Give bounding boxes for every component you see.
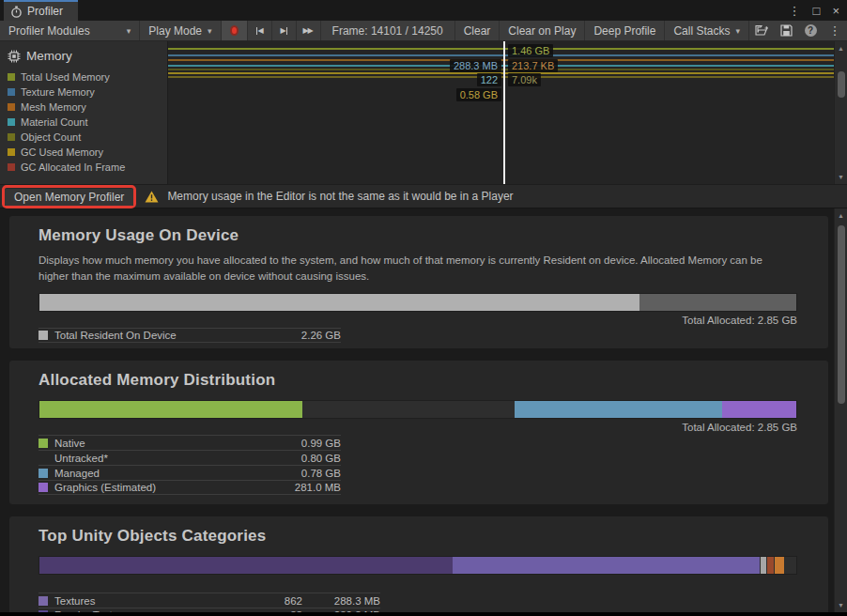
next-frame-icon	[286, 27, 287, 35]
table-row-untracked[interactable]: Untracked* 0.80 GB	[38, 450, 341, 465]
row-value: 281.0 MB	[270, 482, 341, 493]
chart-line	[168, 48, 834, 50]
legend-item-material-count[interactable]: Material Count	[8, 115, 167, 130]
clear-on-play-button[interactable]: Clear on Play	[500, 21, 585, 40]
table-row-textures[interactable]: Textures 862 288.3 MB	[38, 593, 380, 608]
legend-label: Mesh Memory	[21, 101, 86, 113]
clear-button[interactable]: Clear	[455, 21, 500, 40]
bar-segment-resident	[39, 294, 639, 311]
profiler-modules-label: Profiler Modules	[8, 24, 90, 38]
total-allocated-label: Total Allocated: 2.85 GB	[38, 422, 797, 433]
legend-label: Object Count	[21, 131, 81, 143]
titlebar: Profiler ⋮ □ ×	[0, 0, 847, 21]
call-stacks-dropdown[interactable]: Call Stacks ▾	[665, 21, 749, 40]
chart-scrollbar[interactable]: ▲ ▼	[834, 41, 847, 184]
prev-frame-icon	[256, 27, 257, 35]
legend-item-mesh-memory[interactable]: Mesh Memory	[8, 100, 167, 115]
scroll-down-icon[interactable]: ▼	[835, 602, 847, 608]
row-value: 2.26 GB	[270, 330, 341, 341]
play-mode-label: Play Mode	[148, 24, 202, 38]
play-mode-dropdown[interactable]: Play Mode ▾	[140, 21, 221, 40]
row-swatch	[38, 596, 48, 606]
warning-icon	[145, 191, 159, 203]
row-swatch	[38, 331, 48, 340]
help-icon: ?	[805, 24, 817, 37]
legend-label: GC Allocated In Frame	[21, 162, 125, 173]
bar-segment-category	[775, 557, 784, 574]
chart-value-tooltip: 288.3 MB	[450, 59, 501, 72]
window-bottom-edge	[0, 612, 847, 616]
details-scrollbar[interactable]: ▲ ▼	[834, 208, 847, 612]
last-frame-button[interactable]: ▶▶	[297, 21, 321, 40]
chevron-down-icon: ▾	[735, 26, 740, 36]
window-close-icon[interactable]: ×	[832, 5, 839, 17]
help-button[interactable]: ?	[798, 21, 823, 40]
categories-bar	[38, 556, 797, 575]
scroll-down-icon[interactable]: ▼	[835, 174, 847, 180]
row-label: Graphics (Estimated)	[54, 482, 263, 493]
section-allocated-memory-distribution: Allocated Memory Distribution Total Allo…	[9, 361, 828, 504]
next-frame-button[interactable]: ▶	[272, 21, 297, 40]
legend-item-gc-allocated-in-frame[interactable]: GC Allocated In Frame	[8, 160, 167, 175]
legend-table: Textures 862 288.3 MB Render Textures 33…	[38, 593, 380, 612]
memory-subbar: Open Memory Profiler Memory usage in the…	[0, 184, 847, 208]
bar-segment-category	[767, 557, 774, 574]
scrollbar-thumb[interactable]	[838, 225, 845, 404]
window-maximize-icon[interactable]: □	[813, 5, 821, 17]
row-label: Managed	[54, 468, 263, 479]
legend-item-object-count[interactable]: Object Count	[8, 130, 167, 145]
legend-table: Native 0.99 GB Untracked* 0.80 GB Manage…	[38, 435, 341, 495]
legend-item-texture-memory[interactable]: Texture Memory	[8, 85, 167, 100]
legend-item-total-used-memory[interactable]: Total Used Memory	[8, 69, 167, 85]
distribution-bar	[38, 400, 797, 419]
details-cards: Memory Usage On Device Displays how much…	[0, 208, 834, 612]
row-swatch	[38, 454, 48, 463]
window-menu-icon[interactable]: ⋮	[789, 5, 801, 17]
section-title: Top Unity Objects Categories	[38, 527, 797, 546]
tab-profiler[interactable]: Profiler	[4, 0, 78, 21]
memory-module-row: Memory Total Used Memory Texture Memory …	[0, 41, 847, 184]
table-row-total-resident[interactable]: Total Resident On Device 2.26 GB	[38, 328, 341, 343]
chart-value-tooltip: 7.09k	[508, 73, 541, 86]
scroll-up-icon[interactable]: ▲	[835, 45, 847, 52]
scrollbar-thumb[interactable]	[838, 71, 845, 98]
table-row-graphics[interactable]: Graphics (Estimated) 281.0 MB	[38, 480, 341, 495]
bar-segment-untracked	[302, 401, 515, 418]
chart-value-tooltip: 1.46 GB	[508, 44, 553, 57]
load-profile-button[interactable]	[749, 21, 774, 40]
row-label: Untracked*	[54, 453, 263, 464]
memory-chart[interactable]: 1.46 GB 288.3 MB 213.7 KB 122 7.09k 0.58…	[167, 41, 834, 184]
table-row-render-textures[interactable]: Render Textures 33 230.8 MB	[38, 608, 380, 612]
row-count: 862	[254, 595, 302, 607]
open-memory-profiler-button[interactable]: Open Memory Profiler	[5, 189, 133, 206]
chart-value-tooltip: 122	[477, 73, 501, 86]
save-profile-button[interactable]	[774, 21, 798, 40]
context-menu-button[interactable]: ⋮	[823, 21, 847, 40]
section-title: Memory Usage On Device	[38, 226, 797, 245]
scroll-up-icon[interactable]: ▲	[835, 212, 847, 219]
profiler-modules-dropdown[interactable]: Profiler Modules ▾	[0, 21, 140, 40]
current-frame-indicator[interactable]	[503, 41, 505, 184]
legend-swatch	[8, 88, 15, 96]
record-button[interactable]	[222, 21, 248, 40]
record-icon	[230, 25, 239, 36]
row-swatch	[38, 469, 48, 478]
legend-item-gc-used-memory[interactable]: GC Used Memory	[8, 145, 167, 160]
row-label: Native	[54, 438, 263, 449]
bar-segment-graphics	[722, 401, 796, 418]
chevron-down-icon: ▾	[208, 26, 212, 36]
prev-frame-button[interactable]: ◀	[248, 21, 272, 40]
row-swatch	[38, 610, 48, 612]
memory-module-header[interactable]: Memory	[8, 49, 167, 63]
bar-segment-remainder	[639, 294, 796, 311]
row-value: 230.8 MB	[309, 609, 380, 612]
tab-label: Profiler	[27, 5, 63, 18]
table-row-native[interactable]: Native 0.99 GB	[38, 435, 341, 450]
profiler-window: Profiler ⋮ □ × Profiler Modules ▾ Play M…	[0, 0, 847, 616]
table-row-managed[interactable]: Managed 0.78 GB	[38, 465, 341, 480]
row-count: 33	[254, 609, 302, 612]
legend-label: Texture Memory	[21, 86, 95, 98]
row-value: 288.3 MB	[309, 595, 380, 607]
bar-segment-native	[39, 401, 302, 418]
deep-profile-button[interactable]: Deep Profile	[585, 21, 665, 40]
